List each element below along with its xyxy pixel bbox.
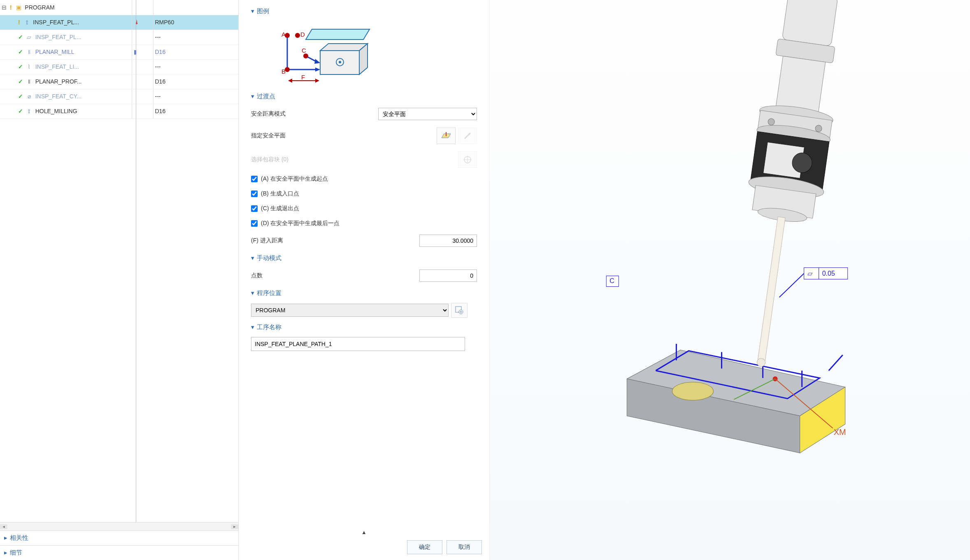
ok-button[interactable]: 确定 [407, 540, 442, 554]
svg-rect-47 [782, 0, 838, 46]
opt-c-label: (C) 生成退出点 [261, 205, 299, 212]
axis-label-xm: XM [834, 428, 846, 437]
line-icon: ⌇ [26, 63, 33, 70]
tool-name: RMP60 [155, 19, 174, 26]
specify-plane-button[interactable] [437, 128, 456, 144]
approach-distance-input[interactable] [419, 235, 477, 247]
svg-marker-0 [306, 29, 370, 40]
cancel-button[interactable]: 取消 [447, 540, 482, 554]
callout-label-c: C [609, 278, 614, 285]
program-browse-button[interactable] [451, 303, 468, 318]
check-icon: ✓ [18, 34, 23, 40]
browse-icon [455, 306, 464, 315]
tree-row[interactable]: ✓ ▱ INSP_FEAT_PL... --- [0, 30, 238, 44]
horizontal-scrollbar[interactable] [0, 522, 238, 530]
tree-row[interactable]: ✓ ⦀ PLANAR_MILL ▮ D16 [0, 44, 238, 59]
op-name: PLANAR_PROF... [35, 78, 82, 85]
tool-name: --- [155, 93, 161, 100]
opt-a-label: (A) 在安全平面中生成起点 [261, 175, 328, 183]
checkbox-d[interactable] [251, 220, 258, 227]
section-legend[interactable]: 图例 [251, 6, 477, 17]
program-location-select[interactable]: PROGRAM [251, 304, 449, 317]
plane-icon [441, 131, 451, 140]
section-transition[interactable]: 过渡点 [251, 91, 477, 102]
tree-root-label: PROGRAM [25, 4, 54, 11]
tool-name: D16 [155, 108, 166, 114]
select-box-label: 选择包容块 (0) [251, 156, 458, 163]
warn-icon: ! [10, 4, 12, 11]
op-name: INSP_FEAT_PL... [35, 34, 81, 40]
tree-root-row[interactable]: ⊟ ! ▣ PROGRAM [0, 0, 238, 15]
probe-tool [723, 0, 851, 372]
svg-text:▱: ▱ [807, 270, 813, 277]
legend-label-c: C [302, 47, 306, 54]
section-detail[interactable]: 细节 [0, 545, 238, 560]
tool-name: D16 [155, 78, 166, 85]
legend-label-a: A [281, 31, 286, 38]
approach-label: (F) 进入距离 [251, 237, 419, 244]
legend-label-b: B [281, 68, 286, 75]
checkbox-c[interactable] [251, 205, 258, 212]
safe-mode-select[interactable]: 安全平面 [378, 108, 477, 120]
probe-icon: ⟟ [26, 108, 33, 115]
svg-marker-17 [288, 79, 292, 83]
checkbox-a[interactable] [251, 176, 258, 182]
model-scene: XM C ▱ 0.05 [490, 0, 970, 560]
op-name: INSP_FEAT_LI... [35, 63, 79, 70]
svg-point-15 [295, 33, 300, 38]
tool-name: D16 [155, 49, 166, 55]
operation-dialog: 图例 A D C B F 过渡点 [239, 0, 490, 560]
collapse-icon[interactable]: ⊟ [2, 4, 8, 11]
check-icon: ✓ [18, 78, 23, 85]
svg-line-43 [779, 273, 804, 297]
tree-row[interactable]: ! ⟟ INSP_FEAT_PL... 🌡 RMP60 [0, 15, 238, 30]
section-program[interactable]: 程序位置 [251, 288, 477, 299]
svg-point-38 [672, 382, 713, 400]
section-opname[interactable]: 工序名称 [251, 322, 477, 333]
legend-diagram: A D C B F [263, 21, 378, 87]
collapse-up-icon[interactable]: ▲ [361, 529, 367, 535]
opt-b-label: (B) 生成入口点 [261, 190, 299, 198]
points-count-input[interactable] [419, 270, 477, 282]
target-icon [463, 155, 472, 164]
operation-name-input[interactable] [251, 337, 465, 351]
svg-rect-59 [758, 217, 785, 360]
thermometer-icon: 🌡 [134, 19, 140, 26]
legend-label-d: D [300, 31, 305, 38]
opt-d-label: (D) 在安全平面中生成最后一点 [261, 220, 340, 227]
checkbox-b[interactable] [251, 191, 258, 197]
op-name: HOLE_MILLING [35, 108, 77, 114]
specify-plane-vector-button [458, 128, 477, 144]
tree-row[interactable]: ✓ ⌀ INSP_FEAT_CY... --- [0, 89, 238, 104]
points-label: 点数 [251, 272, 419, 279]
legend-label-f: F [301, 74, 305, 81]
op-name: INSP_FEAT_PL... [33, 19, 79, 26]
program-tree[interactable]: ⊟ ! ▣ PROGRAM ! ⟟ INSP_FEAT_PL... [0, 0, 238, 522]
probe-icon: ⟟ [23, 19, 30, 26]
warn-icon: ! [18, 19, 20, 26]
svg-point-14 [303, 53, 308, 58]
svg-marker-9 [315, 67, 320, 72]
mill-icon: ⦀ [26, 49, 33, 56]
section-related[interactable]: 相关性 [0, 530, 238, 545]
tree-row[interactable]: ✓ ⦀ PLANAR_PROF... D16 [0, 74, 238, 89]
program-tree-panel: ⊟ ! ▣ PROGRAM ! ⟟ INSP_FEAT_PL... [0, 0, 239, 560]
tree-row[interactable]: ✓ ⌇ INSP_FEAT_LI... --- [0, 59, 238, 74]
square-icon: ▱ [26, 34, 33, 40]
svg-line-37 [829, 355, 843, 371]
insert-icon: ▮ [134, 49, 137, 55]
op-name: INSP_FEAT_CY... [35, 93, 81, 100]
select-box-button [458, 151, 477, 168]
tolerance-value: 0.05 [822, 270, 835, 277]
check-icon: ✓ [18, 49, 23, 55]
cyl-icon: ⌀ [26, 93, 33, 100]
svg-marker-18 [315, 79, 319, 83]
graphics-view[interactable]: XM C ▱ 0.05 [490, 0, 970, 560]
section-manual[interactable]: 手动模式 [251, 253, 477, 264]
mill-icon: ⦀ [26, 78, 33, 85]
safe-mode-label: 安全距离模式 [251, 110, 378, 118]
svg-marker-11 [314, 59, 320, 64]
check-icon: ✓ [18, 108, 23, 114]
tree-row[interactable]: ✓ ⟟ HOLE_MILLING D16 [0, 104, 238, 119]
folder-icon: ▣ [15, 4, 22, 11]
